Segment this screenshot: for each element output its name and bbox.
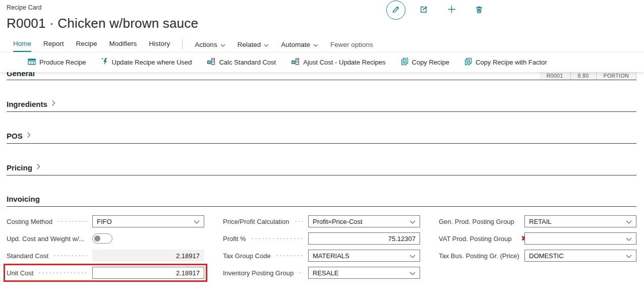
chevron-down-icon xyxy=(194,218,200,225)
menu-automate[interactable]: Automate xyxy=(281,41,318,52)
upd-cost-weight-label: Upd. Cost and Weight w/... xyxy=(7,235,84,243)
price-profit-calculation-row: Price/Profit Calculation Profit=Price-Co… xyxy=(223,215,420,227)
inventory-posting-group-value: RESALE xyxy=(313,269,338,277)
chevron-down-icon xyxy=(409,269,416,277)
update-recipe-where-used-button[interactable]: Update Recipe where Used xyxy=(101,57,192,67)
menu-actions-label: Actions xyxy=(195,41,217,48)
unit-cost-row: Unit Cost xyxy=(7,267,204,279)
tab-recipe[interactable]: Recipe xyxy=(76,40,97,52)
costing-method-label-wrap: Costing Method xyxy=(7,218,92,225)
adjust-cost-update-recipes-button[interactable]: Ajust Cost - Update Recipes xyxy=(291,57,385,67)
standard-cost-value: 2.18917 xyxy=(176,252,200,260)
dotted-leader xyxy=(275,255,303,256)
produce-recipe-button[interactable]: Produce Recipe xyxy=(28,58,86,67)
copy-recipe-label: Copy Recipe xyxy=(412,58,449,66)
dotted-leader xyxy=(53,255,87,256)
section-pricing-title: Pricing xyxy=(7,163,32,172)
copy-recipe-button[interactable]: Copy Recipe xyxy=(401,57,449,67)
chevron-down-icon xyxy=(409,218,416,225)
unit-cost-input[interactable] xyxy=(92,267,204,279)
profit-percent-label: Profit % xyxy=(223,235,246,243)
gen-prod-posting-group-label-wrap: Gen. Prod. Posting Group xyxy=(439,218,524,225)
tax-group-code-select[interactable]: MATERIALS xyxy=(308,250,420,262)
standard-cost-label: Standard Cost xyxy=(7,252,48,260)
price-profit-calculation-select[interactable]: Profit=Price-Cost xyxy=(308,215,420,227)
chevron-down-icon xyxy=(313,41,318,48)
section-pos-title: POS xyxy=(7,132,23,140)
invoicing-column-middle: Price/Profit Calculation Profit=Price-Co… xyxy=(223,215,420,279)
invoicing-column-right: Gen. Prod. Posting Group RETAIL VAT Prod… xyxy=(439,215,636,279)
toggle-knob xyxy=(94,235,100,242)
gen-prod-posting-group-row: Gen. Prod. Posting Group RETAIL xyxy=(439,215,636,227)
costing-method-value: FIFO xyxy=(97,218,112,225)
unit-cost-label: Unit Cost xyxy=(7,269,33,277)
general-summary-cell: R0001 xyxy=(540,71,571,80)
card-content: General R0001 8.80 PORTION Ingredients P… xyxy=(0,72,644,279)
upd-cost-weight-row: Upd. Cost and Weight w/... xyxy=(7,232,204,245)
chevron-right-icon xyxy=(36,163,40,172)
chevron-down-icon xyxy=(264,41,269,48)
inventory-posting-group-select[interactable]: RESALE xyxy=(308,267,420,279)
profit-percent-input[interactable] xyxy=(308,232,420,245)
update-recipe-where-used-label: Update Recipe where Used xyxy=(112,58,192,66)
copy-recipe-with-factor-label: Copy Recipe with Factor xyxy=(476,58,547,66)
unit-cost-label-wrap: Unit Cost xyxy=(7,269,92,277)
new-button[interactable] xyxy=(442,1,461,20)
delete-trash-icon xyxy=(475,5,484,16)
delete-button[interactable] xyxy=(470,1,489,20)
profit-percent-label-wrap: Profit % xyxy=(223,235,308,243)
action-toolbar: Produce Recipe Update Recipe where Used … xyxy=(0,52,644,72)
chevron-down-icon xyxy=(626,218,632,225)
menu-related[interactable]: Related xyxy=(238,41,269,52)
edit-button[interactable] xyxy=(386,1,405,20)
calculator-doc-icon xyxy=(291,57,300,67)
copy-pages-icon xyxy=(464,57,472,67)
section-pos[interactable]: POS xyxy=(7,131,636,144)
copy-recipe-with-factor-button[interactable]: Copy Recipe with Factor xyxy=(464,57,547,67)
standard-cost-label-wrap: Standard Cost xyxy=(7,252,92,260)
chevron-down-icon xyxy=(409,252,416,260)
top-action-bar xyxy=(386,1,489,20)
price-profit-calculation-label: Price/Profit Calculation xyxy=(223,218,289,225)
upd-cost-weight-toggle[interactable] xyxy=(92,233,112,244)
tax-bus-posting-group-price-select[interactable]: DOMESTIC xyxy=(524,250,636,262)
fewer-options-button[interactable]: Fewer options xyxy=(330,41,373,52)
edit-pencil-icon xyxy=(392,5,400,15)
add-plus-icon xyxy=(447,5,456,16)
produce-recipe-label: Produce Recipe xyxy=(39,58,86,66)
dotted-leader xyxy=(298,272,303,273)
inventory-posting-group-label: Inventory Posting Group xyxy=(223,269,294,277)
menu-automate-label: Automate xyxy=(281,41,310,48)
section-invoicing-title: Invoicing xyxy=(7,195,40,203)
share-button[interactable] xyxy=(414,1,433,20)
page-header: Recipe Card R0001 · Chicken w/brown sauc… xyxy=(0,0,644,31)
chevron-down-icon xyxy=(220,41,225,48)
tab-modifiers[interactable]: Modifiers xyxy=(109,40,137,52)
gen-prod-posting-group-select[interactable]: RETAIL xyxy=(524,215,636,227)
costing-method-select[interactable]: FIFO xyxy=(92,215,204,227)
tax-bus-posting-group-price-value: DOMESTIC xyxy=(529,252,564,260)
tab-history[interactable]: History xyxy=(149,40,170,52)
invoicing-column-left: Costing Method FIFO Upd. Cost and Weight… xyxy=(7,215,204,279)
costing-method-label: Costing Method xyxy=(7,218,52,225)
section-general[interactable]: General R0001 8.80 PORTION xyxy=(7,72,636,80)
menu-bar: Home Report Recipe Modifiers History Act… xyxy=(0,37,644,52)
tab-report[interactable]: Report xyxy=(43,40,64,52)
upd-cost-weight-toggle-wrap xyxy=(92,233,204,244)
vat-prod-posting-group-row: VAT Prod. Posting Group xyxy=(439,232,636,245)
vat-prod-posting-group-select[interactable] xyxy=(524,232,636,245)
page-caption: Recipe Card xyxy=(7,4,644,11)
dotted-leader xyxy=(251,238,303,239)
tab-home[interactable]: Home xyxy=(13,40,31,52)
section-pricing[interactable]: Pricing xyxy=(7,163,636,175)
vat-prod-posting-group-label: VAT Prod. Posting Group xyxy=(439,235,512,243)
menu-actions[interactable]: Actions xyxy=(195,41,225,52)
section-invoicing[interactable]: Invoicing xyxy=(7,195,636,207)
section-ingredients-title: Ingredients xyxy=(7,100,47,108)
inventory-posting-group-row: Inventory Posting Group RESALE xyxy=(223,267,420,279)
section-ingredients[interactable]: Ingredients xyxy=(7,99,636,112)
costing-method-row: Costing Method FIFO xyxy=(7,215,204,227)
price-profit-calculation-value: Profit=Price-Cost xyxy=(313,218,363,225)
calc-standard-cost-button[interactable]: Calc Standard Cost xyxy=(207,57,276,67)
tax-bus-posting-group-price-row: Tax Bus. Posting Gr. (Price) DOMESTIC xyxy=(439,250,636,262)
